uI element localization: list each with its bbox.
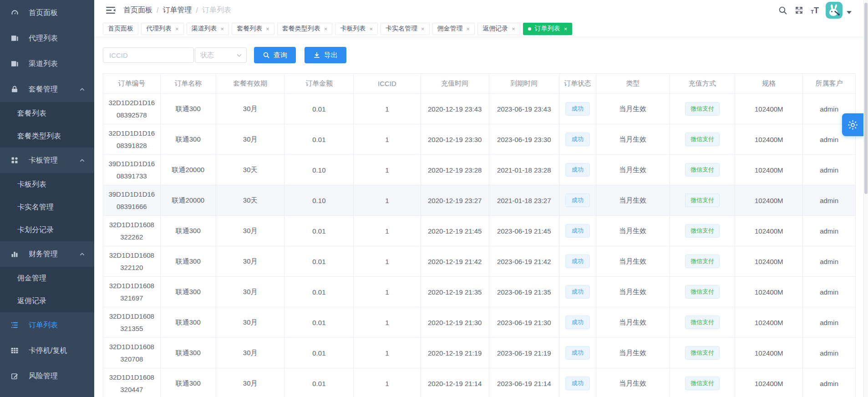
table-row[interactable]: 39D1D1D1D1608391666联通2000030天0.1012020-1… (103, 185, 856, 216)
cell-name: 联通20000 (161, 155, 216, 185)
tab-agent-list[interactable]: 代理列表× (141, 23, 184, 35)
sidebar-item-rebate-records[interactable]: 返佣记录 (0, 290, 94, 312)
close-icon[interactable]: × (369, 26, 373, 32)
table-row[interactable]: 32D1D1D1608322120联通30030月0.0112020-12-19… (103, 246, 856, 277)
sidebar-item-order-list[interactable]: 订单列表 (0, 312, 94, 338)
cell-status: 成功 (559, 94, 596, 124)
sidebar-item-card-management[interactable]: 卡板管理 (0, 148, 94, 173)
cell-amount: 0.01 (284, 94, 354, 124)
sidebar: 首页面板代理列表渠道列表套餐管理套餐列表套餐类型列表卡板管理卡板列表卡实名管理卡… (0, 0, 94, 397)
order-no-line: 39D1D1D1D16 (108, 188, 155, 200)
table-row[interactable]: 32D1D2D1D1608392578联通30030月0.0112020-12-… (103, 94, 856, 124)
close-icon[interactable]: × (324, 26, 328, 32)
sidebar-item-agent-list[interactable]: 代理列表 (0, 25, 94, 51)
export-button[interactable]: 导出 (305, 47, 346, 63)
sidebar-item-risk-management[interactable]: 风险管理 (0, 363, 94, 389)
table-row[interactable]: 39D1D1D1D1608391733联通2000030天0.1012020-1… (103, 155, 856, 185)
query-button-label: 查询 (274, 51, 287, 60)
avatar[interactable] (826, 2, 843, 19)
column-header-validity: 套餐有效期 (216, 74, 284, 94)
sidebar-item-card-list[interactable]: 卡板列表 (0, 173, 94, 196)
tab-label: 佣金管理 (437, 25, 463, 33)
cell-pay_method: 微信支付 (670, 277, 736, 307)
sidebar-item-home-panel[interactable]: 首页面板 (0, 0, 94, 25)
cell-spec: 102400M (735, 94, 803, 124)
grid-icon (10, 156, 20, 165)
table-row[interactable]: 32D1D1D1608322262联通30030月0.0112020-12-19… (103, 216, 856, 246)
settings-gear-button[interactable] (842, 113, 863, 136)
cell-amount: 0.01 (284, 368, 354, 397)
status-badge: 成功 (565, 316, 590, 329)
table-row[interactable]: 32D1D1D1608321697联通30030月0.0112020-12-19… (103, 277, 856, 307)
sidebar-item-finance-management[interactable]: 财务管理 (0, 241, 94, 267)
cell-amount: 0.01 (284, 277, 354, 307)
cell-expire_time: 2023-06-19 21:19 (489, 338, 559, 368)
cell-pay_method: 微信支付 (670, 338, 736, 368)
tab-package-type-list[interactable]: 套餐类型列表× (277, 23, 333, 35)
cell-validity: 30月 (216, 216, 284, 246)
breadcrumb-item[interactable]: 订单管理 (162, 5, 192, 15)
export-button-label: 导出 (324, 51, 338, 60)
content: 状态 查询 导出 订单编号订单名称套餐有效期订单金额ICCID充值时间到期时间订… (94, 37, 868, 397)
sidebar-item-commission-management[interactable]: 佣金管理 (0, 267, 94, 290)
sidebar-item-package-type-list[interactable]: 套餐类型列表 (0, 125, 94, 148)
tab-rebate-records[interactable]: 返佣记录× (477, 23, 520, 35)
download-icon (313, 51, 320, 59)
sidebar-item-card-split-records[interactable]: 卡划分记录 (0, 219, 94, 241)
table-row[interactable]: 32D1D1D1608321355联通30030月0.0112020-12-19… (103, 307, 856, 338)
close-icon[interactable]: × (266, 26, 269, 32)
scrollbar[interactable] (863, 0, 868, 397)
agents-icon (10, 34, 20, 43)
cell-expire_time: 2023-06-19 23:43 (489, 94, 559, 124)
cell-amount: 0.10 (284, 185, 354, 216)
caret-down-icon[interactable] (847, 11, 852, 14)
close-icon[interactable]: × (175, 26, 179, 32)
tab-label: 渠道列表 (192, 25, 217, 33)
cell-order_no: 32D1D1D1D1608391828 (103, 124, 161, 155)
tab-package-list[interactable]: 套餐列表× (232, 23, 274, 35)
table-row[interactable]: 32D1D1D1D1608391828联通30030月0.0112020-12-… (103, 124, 856, 155)
close-icon[interactable]: × (221, 26, 224, 32)
table-row[interactable]: 32D1D1D1608320447联通30030月0.0112020-12-19… (103, 368, 856, 397)
sidebar-item-channel-list[interactable]: 渠道列表 (0, 51, 94, 76)
query-button[interactable]: 查询 (254, 47, 296, 63)
iccid-input[interactable] (103, 47, 194, 63)
pay-method-badge: 微信支付 (685, 254, 720, 268)
search-icon[interactable] (778, 5, 787, 15)
table-row[interactable]: 32D1D1D1608320708联通30030月0.0112020-12-19… (103, 338, 856, 368)
sidebar-item-card-suspend-resume[interactable]: 卡停机/复机 (0, 338, 94, 363)
status-badge: 成功 (565, 346, 590, 360)
order-no-line: 32D1D1D1608 (109, 280, 154, 292)
order-no-line: 32D1D1D1608 (109, 341, 154, 353)
tab-label: 套餐列表 (237, 25, 262, 33)
close-icon[interactable]: × (564, 26, 568, 32)
font-size-icon[interactable]: TT (811, 6, 819, 15)
sidebar-collapse-icon[interactable] (106, 6, 116, 15)
tab-channel-list[interactable]: 渠道列表× (187, 23, 229, 35)
cell-validity: 30天 (216, 155, 284, 185)
pay-method-badge: 微信支付 (685, 316, 720, 329)
tab-card-realname-management[interactable]: 卡实名管理× (381, 23, 430, 35)
scrollbar-thumb[interactable] (864, 3, 868, 194)
sidebar-item-card-realname-management[interactable]: 卡实名管理 (0, 196, 94, 219)
tab-order-list[interactable]: 订单列表× (523, 23, 573, 35)
close-icon[interactable]: × (467, 26, 470, 32)
tab-card-list[interactable]: 卡板列表× (335, 23, 378, 35)
tab-commission-management[interactable]: 佣金管理× (432, 23, 475, 35)
breadcrumb-item[interactable]: 首页面板 (123, 5, 152, 15)
tab-home-panel[interactable]: 首页面板 (103, 23, 138, 35)
cell-recharge_time: 2020-12-19 23:28 (421, 155, 489, 185)
sidebar-item-package-management[interactable]: 套餐管理 (0, 76, 94, 102)
fullscreen-icon[interactable] (794, 5, 804, 15)
sidebar-item-package-list[interactable]: 套餐列表 (0, 102, 94, 125)
status-select-placeholder: 状态 (200, 51, 214, 60)
column-header-expire_time: 到期时间 (489, 74, 559, 94)
cell-amount: 0.01 (284, 307, 354, 338)
close-icon[interactable]: × (421, 26, 425, 32)
cell-status: 成功 (559, 277, 596, 307)
status-select[interactable]: 状态 (195, 47, 247, 63)
order-no-line: 08391828 (117, 139, 147, 152)
sidebar-item-label: 首页面板 (29, 8, 58, 18)
cell-recharge_time: 2020-12-19 21:14 (421, 368, 489, 397)
close-icon[interactable]: × (512, 26, 515, 32)
